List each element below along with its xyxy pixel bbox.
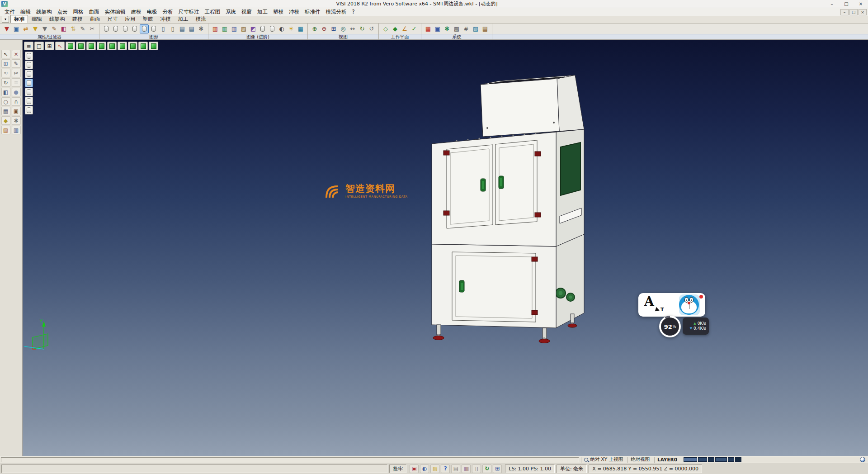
color-settings-icon[interactable]: ▦ [424,24,433,33]
solid-sphere-icon[interactable]: ● [12,88,21,96]
wireframe-view-icon[interactable] [111,24,120,33]
grid-view-2-icon[interactable]: ▤ [187,24,196,33]
view-cube-left-icon[interactable] [97,42,106,50]
view-cube-back-icon[interactable] [86,42,96,50]
viewport-select-icon[interactable]: ↖ [55,42,65,50]
paper-view-icon[interactable]: ▯ [168,24,177,33]
ghost-view-icon[interactable] [149,24,158,33]
save-view-icon[interactable]: ▥ [12,126,21,134]
filter-gray-icon[interactable]: ▼ [40,24,49,33]
previous-view-icon[interactable]: ↺ [367,24,376,33]
zoom-fit-icon[interactable]: ◎ [339,24,348,33]
workplane-new-icon[interactable]: ◇ [381,24,390,33]
tab-0[interactable]: 标准 [10,15,28,23]
flag-tool-icon[interactable]: ◆ [1,116,10,125]
delete-entity-icon[interactable]: × [12,50,21,58]
pan-view-icon[interactable]: ↔ [348,24,357,33]
command-input-field[interactable] [1,465,387,473]
minimize-button[interactable]: – [825,0,839,8]
display-mode-2-icon[interactable] [25,61,33,69]
assistant-widget[interactable]: A T [638,293,705,317]
rotate-view-icon[interactable]: ↻ [358,24,367,33]
property-panel-icon[interactable]: ▣ [12,24,21,33]
tab-6[interactable]: 应用 [122,15,139,23]
refresh-graphics-icon[interactable]: ✱ [197,24,206,33]
sphere-icon[interactable] [860,457,865,462]
measure-tool-icon[interactable]: ≡ [12,78,21,87]
layer-manager-icon[interactable]: ▩ [452,24,461,33]
system-options-icon[interactable]: ✱ [443,24,452,33]
stamp-tool-icon[interactable]: ▣ [12,107,21,115]
star-tool-icon[interactable]: ✱ [12,116,21,125]
report-icon[interactable]: ▧ [471,24,480,33]
mdi-restore-button[interactable]: □ [849,9,858,15]
edit-pencil-icon[interactable]: ✎ [12,59,21,68]
mdi-close-button[interactable]: × [859,9,867,15]
image-export-icon[interactable]: ▨ [430,465,439,473]
grid-settings-icon[interactable]: # [462,24,471,33]
view-cube-right-icon[interactable] [107,42,117,50]
viewport-window-icon[interactable]: □ [34,42,44,50]
background-color-icon[interactable]: ▦ [296,24,305,33]
print-icon[interactable]: ▤ [451,465,460,473]
swap-filter-icon[interactable]: ⇅ [69,24,78,33]
zoom-in-icon[interactable]: ⊕ [310,24,319,33]
select-cursor-icon[interactable]: ↖ [1,50,10,58]
view-cube-front-icon[interactable] [76,42,85,50]
curve-tool-icon[interactable]: ≈ [1,69,10,77]
rotate-tool-icon[interactable]: ↻ [1,78,10,87]
shaded-edges-view-icon[interactable] [140,24,149,33]
help-assistant-icon[interactable]: ? [441,465,450,473]
view-cube-dynamic-icon[interactable] [149,42,158,50]
view-mode-indicator[interactable]: 绝对 XY 上视图 [581,457,626,463]
workplane-angle-icon[interactable]: ∠ [400,24,409,33]
display-mode-4-icon[interactable] [25,79,33,87]
workplane-align-icon[interactable]: ◆ [391,24,400,33]
view-cube-iso-2-icon[interactable] [138,42,148,50]
material-edit-icon[interactable]: ◩ [249,24,258,33]
trim-tool-icon[interactable]: ✂ [12,69,21,77]
texture-map-icon[interactable]: ▨ [239,24,248,33]
tab-1[interactable]: 编辑 [28,15,46,23]
tab-8[interactable]: 冲模 [157,15,175,23]
display-settings-icon[interactable]: ▣ [433,24,442,33]
view-cube-bottom-icon[interactable] [128,42,137,50]
tab-5[interactable]: 尺寸 [104,15,122,23]
snap-lock-indicator[interactable]: 拴牢 [389,465,406,473]
tab-3[interactable]: 建模 [69,15,86,23]
view-cube-top-icon[interactable] [118,42,127,50]
tab-4[interactable]: 曲面 [86,15,104,23]
grid-toggle-icon[interactable]: ⊞ [493,465,502,473]
display-mode-7-icon[interactable] [25,106,33,114]
absolute-view-indicator[interactable]: 绝对视图 [627,457,652,463]
draft-view-icon[interactable]: ▯ [159,24,168,33]
zoom-window-icon[interactable]: ⊞ [329,24,338,33]
menu-item-18[interactable]: 模流分析 [323,8,349,16]
screen-capture-icon[interactable]: ◐ [420,465,429,473]
menu-item-13[interactable]: 视窗 [239,8,255,16]
mdi-minimize-button[interactable]: – [840,9,849,15]
progress-ring[interactable]: 92% [659,316,681,337]
display-mode-3-icon[interactable] [25,70,33,78]
menu-item-15[interactable]: 塑模 [270,8,286,16]
machine-3d-model[interactable] [23,40,868,456]
match-properties-icon[interactable]: ✎ [50,24,59,33]
netspeed-widget[interactable]: ▲ 0K/s ▼ 0.4K/s [683,318,709,335]
filter-yellow-icon[interactable]: ▼ [31,24,40,33]
render-green-icon[interactable]: ▥ [220,24,229,33]
zoom-out-icon[interactable]: ⊖ [320,24,329,33]
display-mode-6-icon[interactable] [25,97,33,105]
selection-mask-icon[interactable]: ▼ [2,24,11,33]
copy-properties-icon[interactable]: ⇄ [21,24,30,33]
viewport-layout-icon[interactable]: ⊞ [45,42,54,50]
lighting-icon[interactable]: ☀ [287,24,296,33]
database-icon[interactable]: ▤ [481,24,490,33]
render-half-icon[interactable]: ◐ [277,24,286,33]
menu-item-12[interactable]: 系统 [223,8,239,16]
tab-7[interactable]: 塑膜 [139,15,157,23]
viewport-menu-icon[interactable]: ≡ [24,42,33,50]
view-cube-iso-icon[interactable] [66,42,75,50]
menu-item-16[interactable]: 冲模 [286,8,302,16]
circle-tool-icon[interactable]: ○ [1,97,10,106]
render-red-icon[interactable]: ▥ [211,24,220,33]
